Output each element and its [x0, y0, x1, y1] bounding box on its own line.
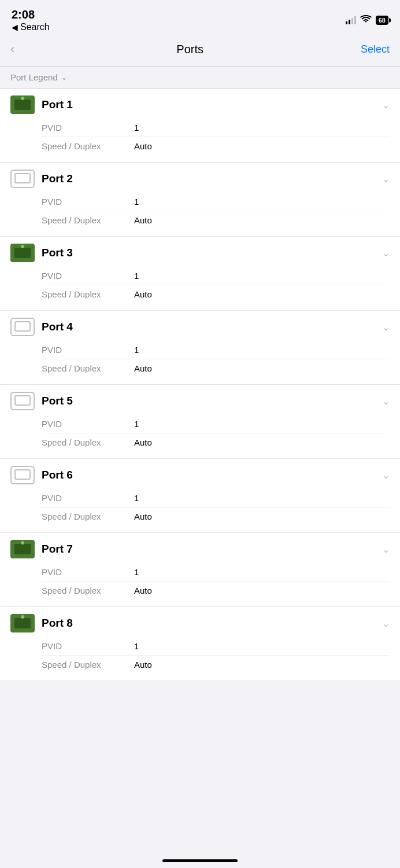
port-name: Port 8 — [42, 617, 375, 630]
speed-duplex-value: Auto — [134, 289, 152, 299]
wifi-icon — [360, 15, 372, 25]
pvid-label: PVID — [42, 567, 134, 577]
pvid-value: 1 — [134, 493, 139, 503]
port-expand-chevron: ⌄ — [382, 396, 390, 407]
port-icon-active — [10, 95, 35, 114]
port-icon-inactive — [10, 392, 35, 410]
svg-point-2 — [21, 97, 24, 100]
speed-duplex-value: Auto — [134, 363, 152, 373]
speed-duplex-value: Auto — [134, 437, 152, 447]
signal-icon — [346, 16, 356, 24]
svg-rect-18 — [14, 618, 31, 628]
port-expand-chevron: ⌄ — [382, 618, 390, 629]
port-detail-speed-row: Speed / Duplex Auto — [42, 137, 390, 155]
port-detail-pvid-row: PVID 1 — [42, 341, 390, 359]
port-item-8[interactable]: Port 8 ⌄ PVID 1 Speed / Duplex Auto — [0, 607, 400, 681]
speed-duplex-label: Speed / Duplex — [42, 437, 134, 447]
pvid-value: 1 — [134, 197, 139, 207]
status-time: 2:08 — [12, 8, 50, 21]
pvid-value: 1 — [134, 567, 139, 577]
port-detail-pvid-row: PVID 1 — [42, 563, 390, 582]
port-expand-chevron: ⌄ — [382, 248, 390, 259]
pvid-label: PVID — [42, 123, 134, 133]
port-name: Port 6 — [42, 469, 375, 481]
pvid-label: PVID — [42, 641, 134, 651]
speed-duplex-value: Auto — [134, 586, 152, 595]
port-expand-chevron: ⌄ — [382, 470, 390, 481]
port-list: Port 1 ⌄ PVID 1 Speed / Duplex Auto Port… — [0, 89, 400, 681]
port-item-2[interactable]: Port 2 ⌄ PVID 1 Speed / Duplex Auto — [0, 163, 400, 237]
pvid-label: PVID — [42, 197, 134, 207]
svg-rect-1 — [14, 100, 31, 110]
nav-back-button[interactable]: ‹ — [10, 39, 19, 59]
port-detail-pvid-row: PVID 1 — [42, 415, 390, 433]
port-detail-speed-row: Speed / Duplex Auto — [42, 433, 390, 451]
port-detail-speed-row: Speed / Duplex Auto — [42, 285, 390, 303]
port-name: Port 5 — [42, 395, 375, 407]
port-detail-pvid-row: PVID 1 — [42, 119, 390, 137]
port-expand-chevron: ⌄ — [382, 544, 390, 555]
speed-duplex-label: Speed / Duplex — [42, 512, 134, 521]
status-back-area[interactable]: ◀ Search — [12, 22, 50, 32]
back-arrow-small: ◀ — [12, 23, 18, 32]
speed-duplex-value: Auto — [134, 215, 152, 225]
port-detail-pvid-row: PVID 1 — [42, 267, 390, 285]
svg-rect-13 — [15, 470, 30, 479]
speed-duplex-label: Speed / Duplex — [42, 586, 134, 595]
status-bar: 2:08 ◀ Search 68 — [0, 0, 400, 35]
svg-rect-11 — [15, 396, 30, 405]
battery-icon: 68 — [376, 16, 388, 25]
port-header[interactable]: Port 7 ⌄ — [0, 533, 400, 563]
port-legend[interactable]: Port Legend ⌄ — [0, 67, 400, 89]
speed-duplex-value: Auto — [134, 512, 152, 521]
svg-rect-9 — [15, 322, 30, 331]
port-icon-inactive — [10, 466, 35, 484]
port-header[interactable]: Port 1 ⌄ — [0, 89, 400, 119]
port-item-1[interactable]: Port 1 ⌄ PVID 1 Speed / Duplex Auto — [0, 89, 400, 163]
status-left: 2:08 ◀ Search — [12, 8, 50, 32]
port-expand-chevron: ⌄ — [382, 100, 390, 111]
port-item-6[interactable]: Port 6 ⌄ PVID 1 Speed / Duplex Auto — [0, 459, 400, 533]
port-details: PVID 1 Speed / Duplex Auto — [0, 489, 400, 532]
select-button[interactable]: Select — [361, 43, 390, 56]
port-header[interactable]: Port 5 ⌄ — [0, 385, 400, 415]
svg-point-19 — [21, 615, 24, 619]
pvid-value: 1 — [134, 641, 139, 651]
pvid-label: PVID — [42, 271, 134, 281]
port-header[interactable]: Port 2 ⌄ — [0, 163, 400, 193]
port-details: PVID 1 Speed / Duplex Auto — [0, 637, 400, 681]
port-detail-speed-row: Speed / Duplex Auto — [42, 582, 390, 599]
port-name: Port 1 — [42, 98, 375, 111]
nav-title: Ports — [176, 43, 203, 56]
port-header[interactable]: Port 8 ⌄ — [0, 607, 400, 637]
pvid-label: PVID — [42, 419, 134, 429]
port-detail-pvid-row: PVID 1 — [42, 637, 390, 656]
port-item-4[interactable]: Port 4 ⌄ PVID 1 Speed / Duplex Auto — [0, 311, 400, 385]
port-item-7[interactable]: Port 7 ⌄ PVID 1 Speed / Duplex Auto — [0, 533, 400, 607]
port-icon-inactive — [10, 170, 35, 188]
speed-duplex-label: Speed / Duplex — [42, 363, 134, 373]
port-detail-pvid-row: PVID 1 — [42, 489, 390, 507]
port-header[interactable]: Port 4 ⌄ — [0, 311, 400, 341]
port-item-3[interactable]: Port 3 ⌄ PVID 1 Speed / Duplex Auto — [0, 237, 400, 311]
port-details: PVID 1 Speed / Duplex Auto — [0, 267, 400, 310]
speed-duplex-label: Speed / Duplex — [42, 660, 134, 670]
port-details: PVID 1 Speed / Duplex Auto — [0, 193, 400, 236]
pvid-value: 1 — [134, 345, 139, 355]
speed-duplex-label: Speed / Duplex — [42, 141, 134, 151]
port-details: PVID 1 Speed / Duplex Auto — [0, 341, 400, 384]
port-details: PVID 1 Speed / Duplex Auto — [0, 415, 400, 458]
status-back-label: Search — [20, 22, 50, 32]
port-item-5[interactable]: Port 5 ⌄ PVID 1 Speed / Duplex Auto — [0, 385, 400, 459]
port-name: Port 2 — [42, 172, 375, 185]
speed-duplex-value: Auto — [134, 141, 152, 151]
port-expand-chevron: ⌄ — [382, 322, 390, 333]
port-header[interactable]: Port 3 ⌄ — [0, 237, 400, 267]
svg-rect-15 — [14, 544, 31, 554]
speed-duplex-label: Speed / Duplex — [42, 215, 134, 225]
pvid-label: PVID — [42, 345, 134, 355]
svg-rect-4 — [15, 174, 30, 183]
port-icon-active — [10, 244, 35, 262]
port-header[interactable]: Port 6 ⌄ — [0, 459, 400, 489]
port-icon-active — [10, 540, 35, 558]
